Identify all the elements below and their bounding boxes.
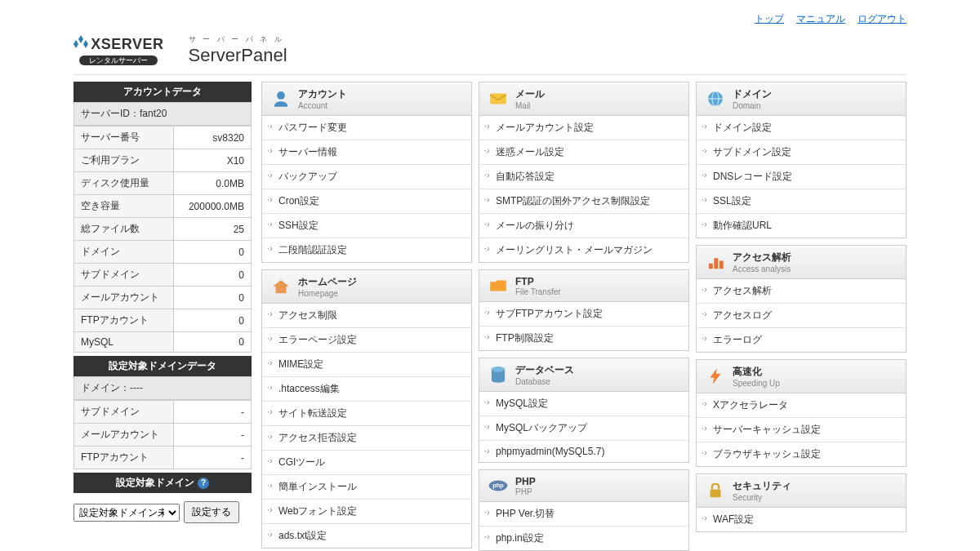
menu-item[interactable]: サイト転送設定 bbox=[262, 402, 471, 426]
menu-item[interactable]: .htaccess編集 bbox=[262, 377, 471, 402]
category-mail: メールMailメールアカウント設定迷惑メール設定自動応答設定SMTP認証の国外ア… bbox=[479, 82, 689, 263]
top-link[interactable]: トップ bbox=[755, 12, 784, 26]
menu-item[interactable]: SSL設定 bbox=[697, 189, 906, 214]
menu-item[interactable]: DNSレコード設定 bbox=[697, 165, 906, 189]
menu-item[interactable]: アクセス制限 bbox=[262, 304, 471, 328]
speed-icon bbox=[705, 366, 726, 387]
menu-item[interactable]: MIME設定 bbox=[262, 353, 471, 377]
category-ftp: FTPFile TransferサブFTPアカウント設定FTP制限設定 bbox=[479, 269, 689, 351]
category-title-jp: PHP bbox=[515, 476, 536, 487]
category-title-en: File Transfer bbox=[515, 287, 561, 296]
menu-item[interactable]: php.ini設定 bbox=[479, 527, 688, 550]
table-row-label: MySQL bbox=[74, 332, 174, 353]
category-title-jp: アカウント bbox=[298, 87, 347, 101]
domain-row: ドメイン：---- bbox=[74, 376, 252, 400]
category-title-en: Security bbox=[733, 493, 791, 502]
menu-item[interactable]: メールアカウント設定 bbox=[479, 116, 688, 140]
svg-point-5 bbox=[492, 367, 505, 372]
menu-item[interactable]: Webフォント設定 bbox=[262, 500, 471, 524]
menu-item[interactable]: 二段階認証設定 bbox=[262, 238, 471, 262]
panel-title: サ ー バ ー パ ネ ル ServerPanel bbox=[172, 34, 498, 66]
category-title-en: PHP bbox=[515, 487, 536, 496]
account-table: サーバー番号sv8320ご利用プランX10ディスク使用量0.0MB空き容量200… bbox=[74, 126, 252, 353]
top-bar: トップ マニュアル ログアウト bbox=[74, 8, 906, 30]
menu-item[interactable]: パスワード変更 bbox=[262, 116, 471, 140]
server-id-value: fant20 bbox=[140, 108, 167, 119]
menu-item[interactable]: FTP制限設定 bbox=[479, 327, 688, 350]
security-icon bbox=[705, 480, 726, 501]
domain-data-header: 設定対象ドメインデータ bbox=[74, 356, 252, 376]
category-title-en: Speeding Up bbox=[733, 379, 780, 388]
category-header: データベースDatabase bbox=[479, 358, 688, 392]
menu-item[interactable]: SSH設定 bbox=[262, 214, 471, 238]
menu-item[interactable]: WAF設定 bbox=[697, 508, 906, 531]
table-row-value: - bbox=[173, 447, 251, 469]
table-row-value: 0 bbox=[173, 332, 251, 353]
table-row-label: 空き容量 bbox=[74, 195, 174, 218]
table-row-value: 200000.0MB bbox=[173, 195, 251, 218]
menu-item[interactable]: エラーページ設定 bbox=[262, 328, 471, 353]
domain-select[interactable]: 設定対象ドメイン未設 bbox=[74, 504, 180, 522]
account-icon bbox=[270, 88, 292, 109]
menu-item[interactable]: アクセス拒否設定 bbox=[262, 426, 471, 451]
menu-item[interactable]: MySQLバックアップ bbox=[479, 416, 688, 441]
logout-link[interactable]: ログアウト bbox=[858, 12, 906, 26]
menu-item[interactable]: 動作確認URL bbox=[697, 214, 906, 238]
menu-item[interactable]: ads.txt設定 bbox=[262, 524, 471, 548]
manual-link[interactable]: マニュアル bbox=[796, 12, 845, 26]
ftp-icon bbox=[488, 275, 509, 296]
menu-item[interactable]: phpmyadmin(MySQL5.7) bbox=[479, 441, 688, 462]
menu-item[interactable]: 自動応答設定 bbox=[479, 165, 688, 189]
menu-item[interactable]: エラーログ bbox=[697, 328, 906, 352]
menu-item[interactable]: メーリングリスト・メールマガジン bbox=[479, 238, 688, 262]
domain-table: サブドメイン-メールアカウント-FTPアカウント- bbox=[74, 400, 252, 469]
category-header: ホームページHomepage bbox=[262, 270, 471, 304]
category-header: FTPFile Transfer bbox=[479, 270, 688, 302]
menu-item[interactable]: サーバーキャッシュ設定 bbox=[697, 418, 906, 442]
menu-item[interactable]: MySQL設定 bbox=[479, 392, 688, 416]
menu-item[interactable]: Cron設定 bbox=[262, 189, 471, 214]
category-title-en: Account bbox=[298, 101, 347, 110]
category-title-en: Access analysis bbox=[733, 264, 791, 273]
menu-item[interactable]: CGIツール bbox=[262, 451, 471, 475]
table-row-value: X10 bbox=[173, 149, 251, 172]
menu-item[interactable]: アクセスログ bbox=[697, 304, 906, 328]
table-row-label: FTPアカウント bbox=[74, 309, 174, 332]
category-title-jp: セキュリティ bbox=[733, 479, 791, 493]
domain-selector: 設定対象ドメイン未設 設定する bbox=[74, 493, 252, 531]
account-data-header: アカウントデータ bbox=[74, 82, 252, 102]
menu-item[interactable]: ブラウザキャッシュ設定 bbox=[697, 442, 906, 466]
menu-item[interactable]: Xアクセラレータ bbox=[697, 393, 906, 418]
category-homepage: ホームページHomepageアクセス制限エラーページ設定MIME設定.htacc… bbox=[261, 269, 472, 549]
menu-item[interactable]: サブドメイン設定 bbox=[697, 140, 906, 165]
category-header: 高速化Speeding Up bbox=[697, 360, 906, 393]
panel-kana: サ ー バ ー パ ネ ル bbox=[189, 34, 498, 45]
table-row-label: ディスク使用量 bbox=[74, 172, 174, 195]
category-title-en: Domain bbox=[733, 101, 772, 110]
menu-item[interactable]: メールの振り分け bbox=[479, 214, 688, 238]
menu-item[interactable]: バックアップ bbox=[262, 165, 471, 189]
category-header: ドメインDomain bbox=[697, 82, 906, 116]
menu-item[interactable]: 迷惑メール設定 bbox=[479, 140, 688, 165]
table-row-value: 0 bbox=[173, 264, 251, 287]
category-header: アカウントAccount bbox=[262, 82, 471, 116]
set-button[interactable]: 設定する bbox=[184, 501, 239, 523]
menu-item[interactable]: SMTP認証の国外アクセス制限設定 bbox=[479, 189, 688, 214]
mail-icon bbox=[488, 88, 509, 109]
menu-item[interactable]: サブFTPアカウント設定 bbox=[479, 302, 688, 327]
domain-icon bbox=[705, 88, 726, 109]
svg-rect-11 bbox=[710, 489, 721, 497]
table-row-label: 総ファイル数 bbox=[74, 218, 174, 241]
brand-name: XSERVER bbox=[91, 36, 163, 52]
menu-item[interactable]: サーバー情報 bbox=[262, 140, 471, 165]
menu-item[interactable]: ドメイン設定 bbox=[697, 116, 906, 140]
menu-item[interactable]: 簡単インストール bbox=[262, 475, 471, 500]
category-title-jp: メール bbox=[515, 87, 545, 101]
table-row-value: 0 bbox=[173, 309, 251, 332]
category-speed: 高速化Speeding UpXアクセラレータサーバーキャッシュ設定ブラウザキャッ… bbox=[696, 359, 906, 467]
help-icon[interactable]: ? bbox=[198, 478, 209, 489]
table-row-label: メールアカウント bbox=[74, 424, 174, 447]
menu-item[interactable]: アクセス解析 bbox=[697, 279, 906, 304]
menu-item[interactable]: PHP Ver.切替 bbox=[479, 502, 688, 527]
target-domain-label: 設定対象ドメイン bbox=[116, 476, 194, 490]
